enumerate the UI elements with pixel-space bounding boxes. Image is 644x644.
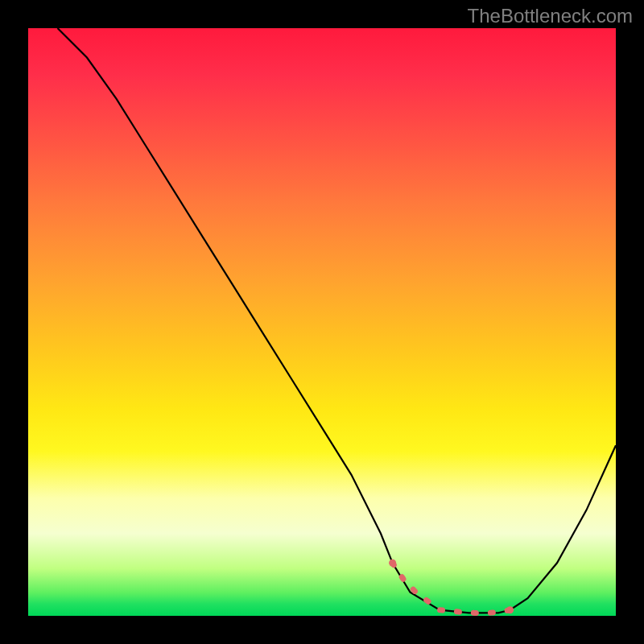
plot-area bbox=[28, 28, 616, 616]
main-curve bbox=[58, 28, 617, 613]
highlight-dot bbox=[506, 606, 514, 613]
highlight-path bbox=[393, 563, 510, 613]
chart-svg bbox=[28, 28, 616, 616]
watermark-text: TheBottleneck.com bbox=[468, 5, 633, 27]
highlight-dot bbox=[389, 559, 396, 567]
